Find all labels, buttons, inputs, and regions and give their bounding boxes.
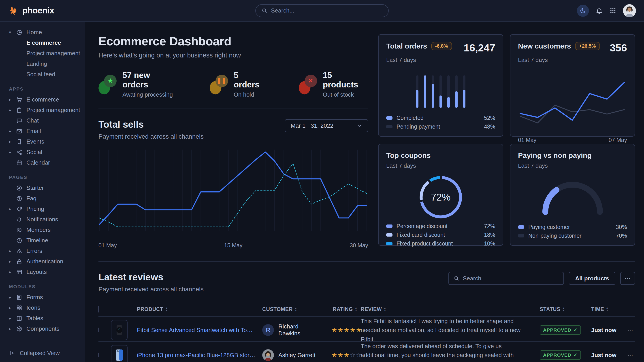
- star-filled-icon: ★: [332, 327, 337, 334]
- sidebar-item-pricing[interactable]: ▸ Pricing: [9, 204, 81, 214]
- sidebar-item-icons[interactable]: ▸ Icons: [9, 303, 81, 313]
- envelope-icon: [16, 128, 26, 134]
- total-sells-subtitle: Payment received across all channels: [98, 133, 204, 140]
- sidebar-item-ecommerce-app[interactable]: ▸ E commerce: [9, 94, 81, 105]
- sidebar-item-faq[interactable]: Faq: [9, 193, 81, 204]
- notifications-bell-icon[interactable]: [596, 7, 603, 14]
- row-checkbox[interactable]: [98, 328, 99, 332]
- card-period: Last 7 days: [386, 162, 495, 169]
- card-period: Last 7 days: [518, 162, 627, 169]
- table-row: iPhone 13 pro max-Pacific Blue-128GB sto…: [98, 342, 635, 362]
- review-text: The order was delivered ahead of schedul…: [361, 342, 540, 362]
- check-icon: ✓: [574, 353, 578, 358]
- product-link[interactable]: Fitbit Sense Advanced Smartwatch with To…: [137, 327, 262, 334]
- new-customers-card: New customers +26.5% 356 Last 7 days 01 …: [510, 34, 635, 137]
- date-range-value: Mar 1 - 31, 2022: [291, 122, 334, 129]
- product-thumbnail[interactable]: [111, 320, 128, 340]
- sidebar-item-layouts[interactable]: ▸ Layouts: [9, 267, 81, 277]
- brand-name: phoenix: [22, 6, 54, 15]
- sidebar-item-landing[interactable]: Landing: [9, 58, 81, 69]
- sidebar-item-label: Social: [26, 149, 42, 156]
- x-tick: 01 May: [98, 242, 117, 249]
- sidebar-item-events[interactable]: ▸ Events: [9, 136, 81, 147]
- stat-value: 57 new orders: [122, 71, 176, 89]
- sidebar-item-starter[interactable]: Starter: [9, 183, 81, 193]
- latest-reviews-title: Latest reviews: [98, 272, 204, 283]
- cart-icon: [16, 97, 26, 103]
- sidebar: ▾ Home E commerce Project management Lan…: [0, 22, 85, 362]
- reviews-search-input[interactable]: [463, 275, 558, 282]
- warning-triangle-icon: [16, 248, 26, 254]
- sort-icon: ▴▾: [355, 307, 357, 312]
- legend-swatch: [386, 225, 392, 228]
- status-badge: APPROVED✓: [540, 325, 581, 335]
- customer-avatar: [262, 349, 274, 361]
- collapse-label: Collapsed View: [20, 350, 60, 357]
- all-products-button[interactable]: All products: [569, 272, 615, 285]
- product-link[interactable]: iPhone 13 pro max-Pacific Blue-128GB sto…: [137, 352, 262, 359]
- sidebar-item-ecommerce-dashboard[interactable]: E commerce: [9, 37, 81, 48]
- sidebar-item-label: Authentication: [26, 258, 63, 265]
- sidebar-item-forms[interactable]: ▸ Forms: [9, 292, 81, 303]
- legend-item: Pending payment48%: [386, 123, 495, 130]
- row-checkbox[interactable]: [98, 353, 99, 357]
- date-range-select[interactable]: Mar 1 - 31, 2022: [285, 119, 368, 132]
- bell-icon: [16, 216, 26, 223]
- select-all-checkbox[interactable]: [98, 306, 99, 313]
- more-options-button[interactable]: ⋯: [620, 272, 635, 285]
- column-header-customer[interactable]: CUSTOMER▴▾: [262, 306, 318, 312]
- sidebar-item-timeline[interactable]: Timeline: [9, 235, 81, 246]
- sidebar-item-social[interactable]: ▸ Social: [9, 147, 81, 157]
- question-circle-icon: [16, 195, 26, 202]
- pie-chart-icon: [16, 29, 26, 35]
- reviews-search[interactable]: [448, 272, 564, 285]
- card-title: Total orders: [386, 42, 427, 50]
- sidebar-item-errors[interactable]: ▸ Errors: [9, 246, 81, 256]
- product-thumbnail[interactable]: [111, 345, 128, 362]
- sidebar-item-tables[interactable]: ▸ Tables: [9, 313, 81, 324]
- review-time: Just now: [591, 327, 620, 334]
- star-empty-icon: ☆: [350, 352, 355, 359]
- sidebar-item-components[interactable]: ▸ Components: [9, 324, 81, 334]
- sidebar-item-calendar[interactable]: Calendar: [9, 157, 81, 168]
- global-search[interactable]: [255, 4, 389, 17]
- column-header-product[interactable]: PRODUCT▴▾: [137, 306, 262, 312]
- theme-toggle-moon-icon[interactable]: [577, 5, 589, 17]
- chevron-right-icon: ▸: [9, 295, 16, 300]
- sidebar-item-project-management-dashboard[interactable]: Project management: [9, 48, 81, 58]
- sidebar-item-project-management-app[interactable]: ▸ Project management: [9, 105, 81, 115]
- x-tick: 15 May: [224, 242, 242, 249]
- customer-name: Richard Dawkins: [278, 323, 318, 337]
- column-header-status[interactable]: STATUS▴▾: [540, 306, 591, 312]
- customer-cell[interactable]: R Richard Dawkins: [262, 323, 318, 337]
- user-avatar[interactable]: [623, 4, 636, 17]
- quick-stats: ★ 57 new orders Awating processing ❚❚ 5 …: [98, 71, 368, 98]
- collapse-arrow-icon: [10, 350, 16, 356]
- column-header-review[interactable]: REVIEW▴▾: [361, 306, 540, 312]
- row-menu-button[interactable]: ⋯: [620, 352, 635, 359]
- sidebar-item-home[interactable]: ▾ Home: [9, 27, 81, 37]
- sidebar-item-authentication[interactable]: ▸ Authentication: [9, 256, 81, 267]
- column-header-time[interactable]: TIME▴▾: [591, 306, 620, 312]
- bar-track: [455, 75, 458, 108]
- sidebar-item-notifications[interactable]: Notifications: [9, 214, 81, 225]
- row-menu-button[interactable]: ⋯: [620, 327, 635, 334]
- sidebar-item-email[interactable]: ▸ Email: [9, 126, 81, 136]
- stat-out-of-stock: ✕ 15 products Out of stock: [299, 71, 368, 98]
- section-divider: [98, 261, 635, 262]
- stat-orders-on-hold: ❚❚ 5 orders On hold: [210, 71, 265, 98]
- column-header-rating[interactable]: RATING▴▾: [318, 306, 361, 312]
- search-input[interactable]: [271, 7, 382, 14]
- collapse-sidebar-button[interactable]: Collapsed View: [0, 344, 85, 362]
- sidebar-item-social-feed[interactable]: Social feed: [9, 69, 81, 80]
- star-filled-icon: ★: [332, 352, 337, 359]
- sidebar-item-label: Landing: [26, 60, 47, 67]
- card-value: 356: [610, 42, 627, 54]
- customer-cell[interactable]: Ashley Garrett: [262, 349, 318, 361]
- sidebar-item-label: Social feed: [26, 71, 55, 78]
- sidebar-item-members[interactable]: Members: [9, 225, 81, 235]
- brand-logo[interactable]: phoenix: [9, 5, 54, 16]
- sidebar-item-chat[interactable]: Chat: [9, 115, 81, 126]
- phoenix-flame-icon: [9, 5, 19, 16]
- apps-grid-icon[interactable]: [610, 7, 616, 14]
